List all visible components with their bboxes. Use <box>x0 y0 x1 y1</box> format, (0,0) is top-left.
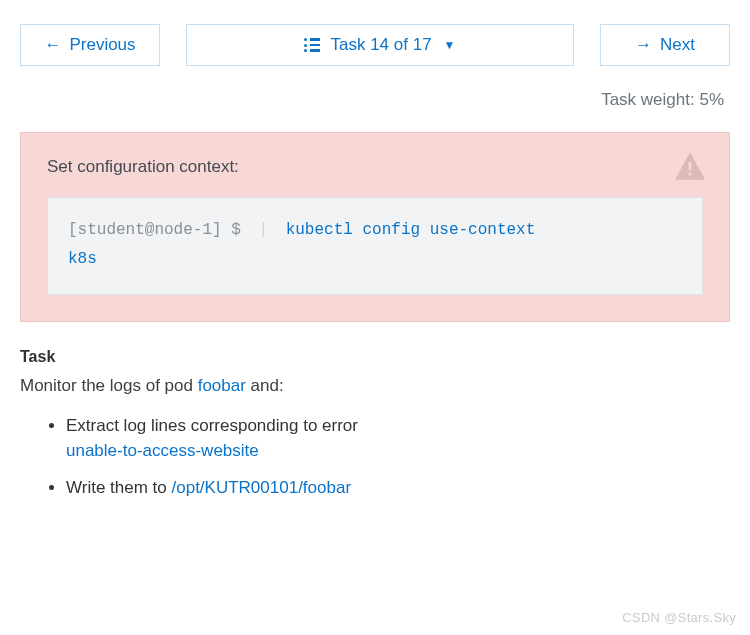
task-counter-label: Task 14 of 17 <box>330 35 431 55</box>
pod-name-code: foobar <box>198 376 246 395</box>
command-text-line2: k8s <box>68 250 97 268</box>
task-intro: Monitor the logs of pod foobar and: <box>20 374 730 399</box>
svg-rect-1 <box>689 173 692 176</box>
bullet2-pre: Write them to <box>66 478 172 497</box>
warning-icon <box>673 151 707 181</box>
output-path-code: /opt/KUTR00101/foobar <box>172 478 352 497</box>
task-weight-label: Task weight: 5% <box>20 90 730 110</box>
task-bullet-list: Extract log lines corresponding to error… <box>20 414 730 500</box>
list-icon <box>304 38 320 52</box>
previous-button[interactable]: ← Previous <box>20 24 160 66</box>
intro-pre: Monitor the logs of pod <box>20 376 198 395</box>
next-button[interactable]: → Next <box>600 24 730 66</box>
separator: | <box>258 221 268 239</box>
list-item: Extract log lines corresponding to error… <box>66 414 730 463</box>
navigation-bar: ← Previous Task 14 of 17 ▼ → Next <box>20 24 730 66</box>
task-counter-dropdown[interactable]: Task 14 of 17 ▼ <box>186 24 574 66</box>
next-label: Next <box>660 35 695 55</box>
list-item: Write them to /opt/KUTR00101/foobar <box>66 476 730 501</box>
error-code-text: unable-to-access-website <box>66 441 259 460</box>
previous-label: Previous <box>69 35 135 55</box>
config-context-alert: Set configuration context: [student@node… <box>20 132 730 322</box>
arrow-right-icon: → <box>635 35 652 55</box>
chevron-down-icon: ▼ <box>444 38 456 52</box>
command-text-line1: kubectl config use-context <box>286 221 536 239</box>
task-heading: Task <box>20 348 730 366</box>
arrow-left-icon: ← <box>44 35 61 55</box>
bullet1-pre: Extract log lines corresponding to error <box>66 416 358 435</box>
intro-post: and: <box>251 376 284 395</box>
alert-title: Set configuration context: <box>47 157 703 177</box>
command-box: [student@node-1] $ | kubectl config use-… <box>47 197 703 295</box>
watermark-text: CSDN @Stars.Sky <box>622 610 736 625</box>
shell-prompt: [student@node-1] $ <box>68 221 241 239</box>
svg-rect-0 <box>689 162 692 170</box>
